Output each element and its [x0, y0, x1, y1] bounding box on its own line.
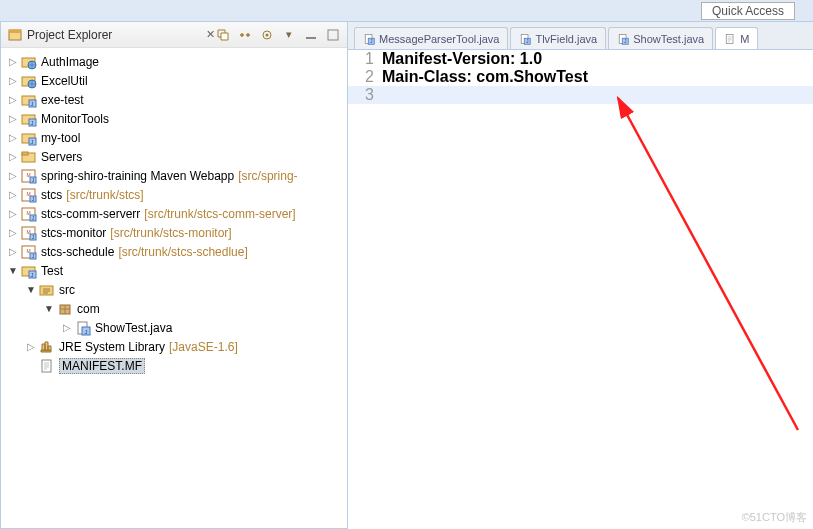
- tree-item-label: com: [77, 302, 100, 316]
- tree-item[interactable]: ▼src: [1, 280, 347, 299]
- mvn-icon: MJ: [21, 187, 37, 203]
- tree-item[interactable]: ▼JTest: [1, 261, 347, 280]
- tree-item-label: stcs-comm-serverr: [41, 207, 140, 221]
- svg-text:J: J: [31, 120, 34, 126]
- svg-text:J: J: [31, 139, 34, 145]
- svg-rect-5: [328, 30, 338, 40]
- tree-item[interactable]: ▷MJstcs[src/trunk/stcs]: [1, 185, 347, 204]
- pane-close-icon[interactable]: ✕: [206, 28, 215, 41]
- editor-tab[interactable]: JMessageParserTool.java: [354, 27, 508, 49]
- svg-rect-4: [306, 37, 316, 39]
- web-icon: [21, 54, 37, 70]
- arrow-expanded-icon[interactable]: ▼: [41, 303, 57, 314]
- folder-icon: [21, 149, 37, 165]
- arrow-collapsed-icon[interactable]: ▷: [5, 132, 21, 143]
- tree-item[interactable]: ▷Jmy-tool: [1, 128, 347, 147]
- line-number: 3: [348, 86, 378, 104]
- link-editor-icon[interactable]: [237, 27, 253, 43]
- tree-item[interactable]: ▷MJstcs-monitor[src/trunk/stcs-monitor]: [1, 223, 347, 242]
- svg-rect-49: [42, 360, 51, 372]
- svg-text:J: J: [370, 39, 372, 44]
- arrow-collapsed-icon[interactable]: ▷: [5, 246, 21, 257]
- tab-label: ShowTest.java: [633, 33, 704, 45]
- tree-item-label: stcs: [41, 188, 62, 202]
- arrow-collapsed-icon[interactable]: ▷: [59, 322, 75, 333]
- arrow-collapsed-icon[interactable]: ▷: [5, 113, 21, 124]
- code-line[interactable]: 3: [348, 86, 813, 104]
- tree-item-decorator: [src/spring-: [238, 169, 297, 183]
- tree-item-decorator: [JavaSE-1.6]: [169, 340, 238, 354]
- tree-item[interactable]: ▷AuthImage: [1, 52, 347, 71]
- code-text: Main-Class: com.ShowTest: [378, 68, 588, 86]
- tree-item-label: stcs-monitor: [41, 226, 106, 240]
- tree-item-label: JRE System Library: [59, 340, 165, 354]
- java-icon: J: [21, 130, 37, 146]
- tree-item[interactable]: ▷Servers: [1, 147, 347, 166]
- tree-item-label: my-tool: [41, 131, 80, 145]
- tree-item[interactable]: ▷MJstcs-comm-serverr[src/trunk/stcs-comm…: [1, 204, 347, 223]
- editor-tab[interactable]: M: [715, 27, 758, 49]
- arrow-collapsed-icon[interactable]: ▷: [5, 208, 21, 219]
- code-line[interactable]: 2Main-Class: com.ShowTest: [348, 68, 813, 86]
- svg-text:J: J: [31, 101, 34, 107]
- tree-item[interactable]: ▷JShowTest.java: [1, 318, 347, 337]
- tree-item-label: exe-test: [41, 93, 84, 107]
- editor-tab[interactable]: JTlvField.java: [510, 27, 606, 49]
- line-number: 2: [348, 68, 378, 86]
- svg-rect-20: [22, 152, 28, 155]
- watermark-text: ©51CTO博客: [742, 510, 807, 525]
- arrow-collapsed-icon[interactable]: ▷: [5, 189, 21, 200]
- tree-item-label: src: [59, 283, 75, 297]
- tree-item-label: ShowTest.java: [95, 321, 172, 335]
- file-icon: [724, 33, 736, 45]
- java-icon: J: [21, 111, 37, 127]
- arrow-collapsed-icon[interactable]: ▷: [23, 341, 39, 352]
- text-editor[interactable]: 1Manifest-Version: 1.02Main-Class: com.S…: [348, 50, 813, 529]
- arrow-collapsed-icon[interactable]: ▷: [5, 151, 21, 162]
- quick-access-field[interactable]: Quick Access: [701, 2, 795, 20]
- focus-task-icon[interactable]: [259, 27, 275, 43]
- svg-rect-1: [9, 30, 21, 33]
- tree-item-label: MANIFEST.MF: [59, 358, 145, 374]
- tree-item-decorator: [src/trunk/stcs-comm-server]: [144, 207, 295, 221]
- tab-label: M: [740, 33, 749, 45]
- tree-item[interactable]: ▼com: [1, 299, 347, 318]
- arrow-collapsed-icon[interactable]: ▷: [5, 75, 21, 86]
- arrow-collapsed-icon[interactable]: ▷: [5, 94, 21, 105]
- javafile-icon: J: [75, 320, 91, 336]
- tree-item[interactable]: ▷JRE System Library[JavaSE-1.6]: [1, 337, 347, 356]
- project-tree[interactable]: ▷AuthImage▷ExcelUtil▷Jexe-test▷JMonitorT…: [1, 48, 347, 528]
- arrow-collapsed-icon[interactable]: ▷: [5, 56, 21, 67]
- svg-text:J: J: [85, 328, 88, 334]
- tree-item[interactable]: ▷MJspring-shiro-training Maven Webapp[sr…: [1, 166, 347, 185]
- arrow-expanded-icon[interactable]: ▼: [23, 284, 39, 295]
- tree-item[interactable]: ▷MJstcs-schedule[src/trunk/stcs-schedlue…: [1, 242, 347, 261]
- tree-item-label: ExcelUtil: [41, 74, 88, 88]
- minimize-icon[interactable]: [303, 27, 319, 43]
- tree-item-label: stcs-schedule: [41, 245, 114, 259]
- tree-item-decorator: [src/trunk/stcs-schedlue]: [118, 245, 247, 259]
- arrow-expanded-icon[interactable]: ▼: [5, 265, 21, 276]
- code-line[interactable]: 1Manifest-Version: 1.0: [348, 50, 813, 68]
- collapse-all-icon[interactable]: [215, 27, 231, 43]
- arrow-collapsed-icon[interactable]: ▷: [5, 227, 21, 238]
- java-icon: J: [21, 263, 37, 279]
- svg-rect-44: [40, 286, 53, 295]
- annotation-arrow: [588, 90, 813, 450]
- tree-item[interactable]: ▷ExcelUtil: [1, 71, 347, 90]
- editor-area: JMessageParserTool.javaJTlvField.javaJSh…: [348, 22, 813, 529]
- mvn-icon: MJ: [21, 225, 37, 241]
- view-menu-icon[interactable]: ▾: [281, 27, 297, 43]
- svg-rect-59: [726, 34, 733, 43]
- web-icon: [21, 73, 37, 89]
- svg-point-3: [266, 33, 269, 36]
- tree-item[interactable]: ▷Jexe-test: [1, 90, 347, 109]
- svg-text:J: J: [31, 272, 34, 278]
- tree-item-label: spring-shiro-training Maven Webapp: [41, 169, 234, 183]
- arrow-collapsed-icon[interactable]: ▷: [5, 170, 21, 181]
- maximize-icon[interactable]: [325, 27, 341, 43]
- tree-item[interactable]: ▷JMonitorTools: [1, 109, 347, 128]
- tree-item[interactable]: MANIFEST.MF: [1, 356, 347, 375]
- editor-tab[interactable]: JShowTest.java: [608, 27, 713, 49]
- java-icon: J: [21, 92, 37, 108]
